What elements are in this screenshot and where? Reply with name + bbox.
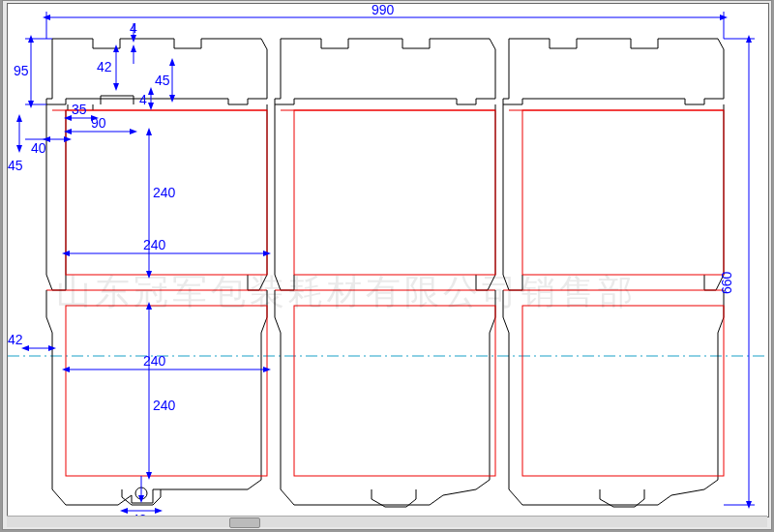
dim-panel-h1: 240 bbox=[153, 185, 176, 200]
dim-top-gap: 4 bbox=[130, 20, 137, 36]
dim-tab-h: 42 bbox=[97, 59, 112, 74]
dim-flap-height: 95 bbox=[14, 63, 29, 78]
dim-tab-gap: 45 bbox=[155, 73, 170, 88]
dim-tab-w: 35 bbox=[72, 102, 87, 117]
svg-rect-3 bbox=[66, 306, 267, 476]
svg-rect-10 bbox=[522, 110, 724, 275]
dim-notch-offset: 40 bbox=[31, 140, 46, 156]
dim-overall-width: 990 bbox=[372, 4, 395, 17]
svg-rect-12 bbox=[522, 306, 724, 476]
scroll-thumb[interactable] bbox=[229, 517, 260, 528]
svg-rect-6 bbox=[294, 110, 495, 275]
dim-left-h: 45 bbox=[8, 158, 23, 173]
dim-panel-h2: 240 bbox=[153, 398, 176, 413]
dim-panel-w2: 240 bbox=[143, 353, 166, 369]
dim-tab-gap2: 4 bbox=[139, 92, 147, 107]
dim-overall-height: 660 bbox=[719, 271, 734, 294]
drawing-canvas[interactable]: 990 660 95 4 42 45 bbox=[7, 3, 769, 517]
dimensions: 990 660 95 4 42 45 bbox=[8, 4, 755, 517]
watermark-text: 山东冠军包装耗材有限公司销售部 bbox=[56, 272, 637, 311]
dim-panel-w1: 240 bbox=[143, 237, 166, 252]
horizontal-scrollbar[interactable] bbox=[7, 516, 767, 527]
svg-rect-8 bbox=[294, 306, 495, 476]
dim-glue-w: 42 bbox=[8, 332, 23, 347]
cad-window: 990 660 95 4 42 45 bbox=[2, 0, 772, 530]
drawing-svg: 990 660 95 4 42 45 bbox=[8, 4, 768, 517]
dim-notch-span: 90 bbox=[91, 115, 106, 131]
